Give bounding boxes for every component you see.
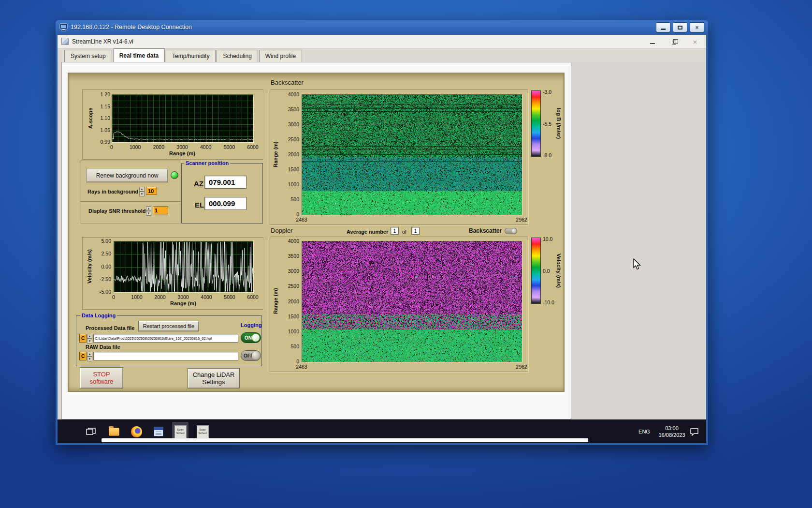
rays-in-background-label: Rays in background — [87, 189, 138, 194]
raw-drive-box[interactable]: C — [79, 352, 87, 360]
ascope-x-axis-label: Range (m) — [112, 150, 253, 156]
tab-wind-profile[interactable]: Wind profile — [259, 50, 302, 62]
tab-system-setup[interactable]: System setup — [64, 50, 112, 62]
rdp-computer-icon — [59, 23, 68, 31]
app-restore-button[interactable] — [670, 38, 677, 45]
doppler-group: Range (m) 400035003000250020001500100050… — [270, 237, 528, 372]
backscatter-y-axis-label: Range (m) — [273, 94, 278, 214]
language-indicator[interactable]: ENG — [634, 419, 655, 443]
app-title-text: StreamLine XR v14-6.vi — [72, 38, 133, 45]
background-led-indicator — [171, 171, 178, 179]
file-explorer-icon — [109, 428, 119, 436]
rdp-close-button[interactable]: × — [690, 22, 704, 32]
raw-logging-toggle[interactable]: OFF — [241, 350, 261, 361]
ascope-canvas — [112, 95, 253, 142]
raw-path-field[interactable] — [93, 352, 238, 360]
restart-processed-file-label: Restart processed file — [143, 323, 194, 329]
velocity-plot — [114, 241, 254, 293]
restart-processed-file-button[interactable]: Restart processed file — [138, 321, 199, 331]
minimize-icon — [650, 43, 655, 44]
toggle-knob — [252, 352, 260, 359]
rdp-titlebar[interactable]: 192.168.0.122 - Remote Desktop Connectio… — [56, 20, 708, 35]
change-lidar-settings-button[interactable]: Change LiDAR Settings — [188, 368, 240, 388]
backscatter-canvas — [302, 95, 522, 215]
restore-icon — [672, 41, 676, 45]
tab-strip: System setup Real time data Temp/humidit… — [58, 48, 706, 62]
firefox-icon — [131, 426, 142, 437]
rdp-maximize-button[interactable] — [673, 22, 687, 32]
velocity-canvas — [114, 241, 253, 292]
hidden-taskbar-strip — [102, 438, 588, 442]
average-number-label: Average number — [347, 229, 388, 235]
raw-data-file-label: RAW Data file — [86, 344, 120, 350]
doppler-x-ticks: 24632962 — [302, 364, 522, 370]
ascope-plot — [112, 94, 254, 143]
task-view-icon — [86, 428, 96, 436]
doppler-colorbar-label: Velocity (m/s) — [556, 238, 562, 304]
ascope-group: A-scope 1.201.151.101.050.99 01000200030… — [82, 90, 263, 160]
el-value-field[interactable]: 000.099 — [204, 197, 246, 210]
backscatter-plot — [302, 94, 522, 215]
maximize-icon — [678, 26, 682, 30]
processed-path-stepper[interactable]: ▲▼ — [87, 334, 92, 344]
app-titlebar[interactable]: StreamLine XR v14-6.vi × — [58, 35, 706, 48]
backscatter-toggle-label: Backscatter — [469, 227, 502, 234]
scan-icon-text: Scan — [199, 428, 206, 432]
snr-stepper[interactable]: ▲▼ — [146, 206, 151, 216]
ascope-x-ticks: 0100020003000400050006000 — [112, 144, 253, 150]
backscatter-colorbar-ticks: -3.0-5.5-8.0 — [543, 92, 556, 155]
app-minimize-button[interactable] — [649, 38, 656, 45]
backscatter-toggle[interactable] — [505, 228, 517, 234]
renew-background-button[interactable]: Renew background now — [86, 169, 168, 182]
snr-value-field[interactable]: 1 — [153, 206, 168, 214]
stop-software-button[interactable]: STOP software — [80, 367, 123, 388]
snr-threshold-label: Display SNR threshold — [88, 208, 146, 214]
of-label: of — [402, 229, 406, 235]
velocity-x-axis-label: Range (m) — [114, 300, 253, 306]
on-label: ON — [245, 335, 252, 341]
average-number-field[interactable]: 1 — [391, 227, 399, 235]
clock-time: 03:00 — [665, 425, 679, 432]
tab-page: A-scope 1.201.151.101.050.99 01000200030… — [61, 62, 571, 419]
toggle-knob — [512, 229, 516, 233]
processed-path-field[interactable]: C:\Lidar\Data\Proc\2023\202308\20230816\… — [93, 334, 238, 343]
doppler-canvas — [302, 241, 522, 362]
scanner-position-label: Scanner position — [184, 160, 230, 166]
processed-drive-box[interactable]: C — [79, 334, 87, 343]
minimize-icon — [661, 29, 666, 30]
app-icon — [61, 38, 69, 45]
scan-icon-text: Sched — [176, 432, 184, 435]
tab-real-time-data[interactable]: Real time data — [113, 48, 165, 62]
rays-value-field[interactable]: 10 — [146, 187, 157, 195]
average-total-field[interactable]: 1 — [411, 227, 420, 235]
tab-temp-humidity[interactable]: Temp/humidity — [166, 50, 216, 62]
background-controls-group: Renew background now Rays in background … — [80, 161, 181, 224]
renew-background-label: Renew background now — [96, 172, 159, 179]
doppler-y-axis-label: Range (m) — [273, 241, 278, 361]
change-settings-line2: Settings — [203, 378, 225, 386]
task-view-button[interactable] — [83, 422, 99, 441]
rdp-minimize-button[interactable] — [656, 22, 670, 32]
logging-label: Logging — [239, 322, 263, 328]
data-logging-label: Data Logging — [80, 313, 117, 318]
close-icon: × — [693, 38, 697, 46]
doppler-colorbar — [531, 238, 541, 304]
data-logging-group: Data Logging Processed Data file Restart… — [76, 315, 262, 366]
rays-stepper[interactable]: ▲▼ — [139, 187, 145, 196]
app-close-button[interactable]: × — [692, 38, 698, 45]
raw-path-stepper[interactable]: ▲▼ — [87, 352, 92, 361]
doppler-colorbar-ticks: 10.00.0-10.0 — [543, 239, 557, 302]
backscatter-section-title: Backscatter — [271, 79, 304, 86]
front-panel: A-scope 1.201.151.101.050.99 01000200030… — [68, 73, 565, 392]
az-value-field[interactable]: 079.001 — [204, 176, 246, 189]
processed-logging-toggle[interactable]: ON — [241, 332, 261, 343]
clock[interactable]: 03:00 16/08/2023 — [655, 424, 689, 439]
action-center-button[interactable] — [686, 422, 702, 441]
tab-scheduling[interactable]: Scheduling — [217, 50, 258, 62]
desktop: 192.168.0.122 - Remote Desktop Connectio… — [0, 0, 812, 508]
notification-icon — [690, 428, 699, 436]
group-divider — [80, 201, 181, 202]
close-icon: × — [695, 25, 698, 30]
velocity-y-axis-label: Velocity (m/s) — [87, 241, 92, 292]
change-settings-line1: Change LiDAR — [193, 371, 235, 378]
